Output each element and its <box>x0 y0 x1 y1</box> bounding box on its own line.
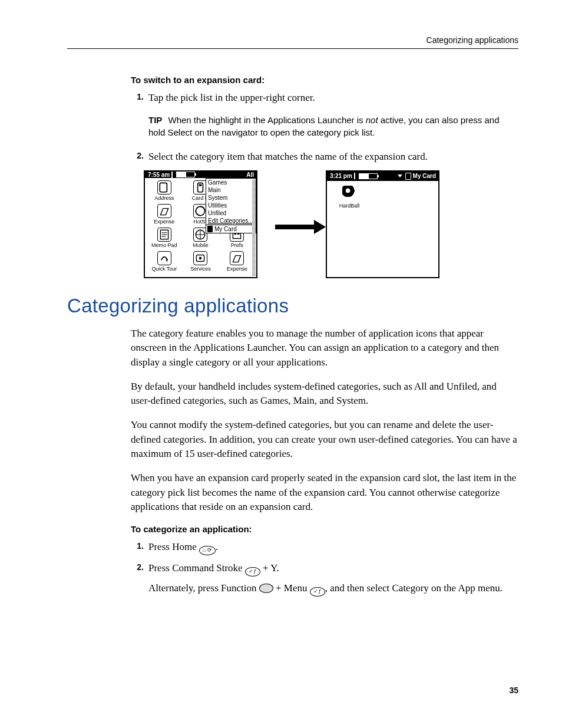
palm-left-titlebar: 7:55 am All <box>145 172 256 178</box>
tip-text-before: When the highlight in the Applications L… <box>168 115 366 125</box>
app-memopad[interactable]: Memo Pad <box>146 228 183 251</box>
svg-rect-0 <box>160 183 167 192</box>
step-c2-before: Press Command Stroke <box>148 562 245 574</box>
home-key-icon: ⌂ ⟳ <box>199 546 216 555</box>
hardball-icon <box>342 186 356 200</box>
memo-icon <box>157 228 171 242</box>
svg-point-16 <box>199 257 201 259</box>
address-icon <box>157 180 171 195</box>
svg-rect-3 <box>199 184 201 186</box>
app-prefs-label: Prefs <box>231 243 243 248</box>
command-stroke-key-icon: ✓ƒ <box>245 567 260 577</box>
heading-categorizing-applications: Categorizing applications <box>67 295 518 317</box>
app-address[interactable]: Address <box>146 180 183 204</box>
palm-left-time: 7:55 am <box>146 172 173 178</box>
page-number: 35 <box>509 686 518 695</box>
header-rule <box>67 48 518 49</box>
step-c2: 2. Press Command Stroke ✓ƒ + Y. Alternat… <box>131 561 518 597</box>
menu-item-edit-categories[interactable]: Edit Categories... <box>206 217 256 225</box>
app-expense2-label: Expense <box>227 266 247 272</box>
step-2-number: 2. <box>131 150 144 164</box>
step-c2-alt-c: , and then select Category on the App me… <box>325 582 503 594</box>
svg-rect-13 <box>237 233 239 235</box>
app-hardball-label: HardBall <box>332 203 367 209</box>
step-c1-before: Press Home <box>148 541 199 552</box>
app-memopad-label: Memo Pad <box>151 243 177 248</box>
palm-category-menu[interactable]: Games Main System Utilities Unfiled Edit… <box>206 178 256 233</box>
tip-block: TIP When the highlight in the Applicatio… <box>148 114 518 140</box>
subheading-switch-card: To switch to an expansion card: <box>131 75 518 85</box>
subheading-categorize-app: To categorize an application: <box>131 524 518 534</box>
expense-icon <box>157 204 171 218</box>
palm-right-time: 3:21 pm <box>328 173 355 179</box>
figure-area: 7:55 am All Address Card In <box>144 170 518 278</box>
menu-item-main[interactable]: Main <box>206 186 256 194</box>
step-c2-alt-b: + Menu <box>273 582 310 594</box>
expense-icon <box>230 251 244 265</box>
step-2: 2. Select the category item that matches… <box>131 150 518 164</box>
step-c1-number: 1. <box>131 540 144 555</box>
arrow-icon <box>275 220 326 234</box>
step-1: 1. Tap the pick list in the upper-right … <box>131 91 518 106</box>
chevron-down-icon <box>398 174 402 177</box>
menu-item-unfiled[interactable]: Unfiled <box>206 209 256 217</box>
step-c1: 1. Press Home ⌂ ⟳. <box>131 540 518 555</box>
menu-item-utilities[interactable]: Utilities <box>206 202 256 209</box>
quicktour-icon <box>157 251 171 265</box>
body-p3: You cannot modify the system-defined cat… <box>131 418 518 462</box>
palm-left-category-label: All <box>246 172 254 178</box>
body-p4: When you have an expansion card properly… <box>131 471 518 515</box>
palm-right-titlebar: 3:21 pm My Card <box>327 172 438 181</box>
palm-scrollbar[interactable] <box>252 179 256 276</box>
card-icon <box>207 226 213 232</box>
card-icon <box>405 173 411 180</box>
palm-right-category-label: My Card <box>413 173 436 179</box>
step-2-text: Select the category item that matches th… <box>148 150 518 164</box>
app-services-label: Services <box>190 266 211 272</box>
app-expense-label: Expense <box>154 219 174 225</box>
app-expense2[interactable]: Expense <box>219 251 255 275</box>
app-expense[interactable]: Expense <box>146 204 183 228</box>
app-quicktour[interactable]: Quick Tour <box>146 251 183 275</box>
app-quicktour-label: Quick Tour <box>151 266 177 272</box>
body-p1: The category feature enables you to mana… <box>131 327 518 370</box>
menu-item-system[interactable]: System <box>206 194 256 202</box>
battery-icon <box>176 172 195 177</box>
menu-item-games[interactable]: Games <box>206 179 256 186</box>
function-key-icon <box>259 584 273 593</box>
step-1-text: Tap the pick list in the upper-right cor… <box>148 91 518 106</box>
step-c1-after: . <box>216 541 218 552</box>
palm-left-category-picker[interactable]: All <box>246 172 255 178</box>
svg-rect-12 <box>234 233 236 235</box>
tip-text-italic: not <box>366 115 378 125</box>
app-address-label: Address <box>154 196 174 201</box>
palm-screenshot-left: 7:55 am All Address Card In <box>144 170 257 278</box>
step-c2-alt-a: Alternately, press Function <box>148 582 259 594</box>
body-p2: By default, your handheld includes syste… <box>131 380 518 409</box>
app-mobile-label: Mobile <box>193 243 209 248</box>
palm-right-category-picker[interactable]: My Card <box>398 173 437 180</box>
app-services[interactable]: Services <box>183 251 219 275</box>
step-c2-number: 2. <box>131 561 144 597</box>
menu-item-mycard-label: My Card <box>214 225 237 233</box>
services-icon <box>193 251 207 265</box>
step-1-number: 1. <box>131 91 144 106</box>
battery-icon <box>359 173 378 179</box>
step-c2-after: + Y. <box>260 562 279 574</box>
menu-item-mycard[interactable]: My Card <box>206 225 256 233</box>
palm-screenshot-right: 3:21 pm My Card HardBall <box>326 170 439 278</box>
menu-key-icon: ✓ƒ <box>310 587 325 597</box>
header-breadcrumb: Categorizing applications <box>67 35 518 45</box>
tip-label: TIP <box>148 115 162 125</box>
